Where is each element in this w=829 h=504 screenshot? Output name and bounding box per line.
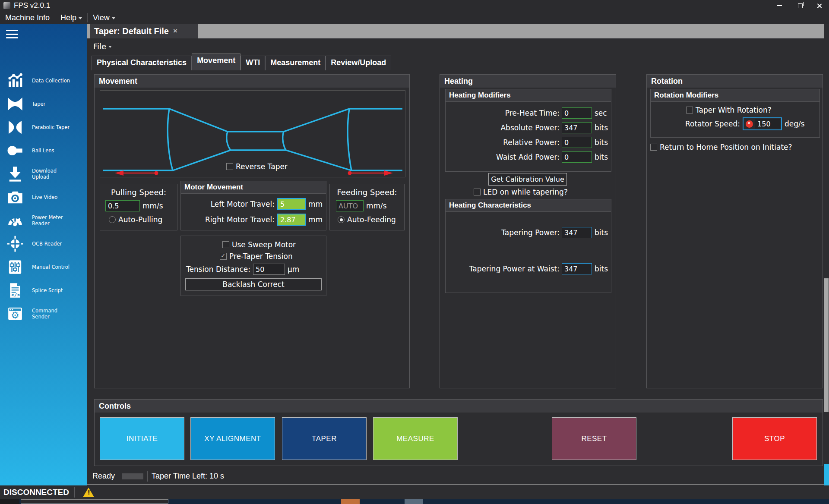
auto-feeding-radio[interactable]: Auto-Feeding (338, 215, 404, 224)
tab-review-upload[interactable]: Review/Upload (326, 56, 391, 70)
menu-machine-info[interactable]: Machine Info (0, 13, 55, 22)
sidebar-item-label: Command Sender (32, 308, 72, 320)
absolute-power-input[interactable]: 347 (562, 122, 592, 133)
scrollbar[interactable] (824, 24, 829, 485)
menu-help[interactable]: Help (55, 13, 87, 22)
tension-distance-input[interactable]: 50 (253, 264, 285, 275)
sidebar-item-taper[interactable]: Taper (0, 93, 87, 115)
feeding-speed-label: Feeding Speed: (330, 188, 404, 197)
sidebar-item-label: Splice Script (32, 287, 72, 293)
document-tab[interactable]: Taper: Default File × (90, 24, 198, 38)
window-title: FPS v2.0.1 (14, 1, 50, 10)
pulling-speed-label: Pulling Speed: (100, 188, 177, 197)
menu-view[interactable]: View (88, 13, 120, 22)
camera-icon (6, 188, 24, 206)
measure-button[interactable]: MEASURE (373, 417, 458, 460)
scrollbar-thumb[interactable] (824, 278, 829, 412)
absolute-power-unit: bits (595, 123, 608, 132)
tab-close-icon[interactable]: × (173, 27, 177, 35)
hamburger-menu-icon[interactable] (6, 30, 18, 38)
tapering-power-unit: bits (595, 228, 608, 237)
movement-panel: Movement Rev (94, 74, 410, 388)
tapering-power-row: Tapering Power: 347 bits (501, 227, 608, 238)
content-area: Taper: Default File × File Physical Char… (87, 24, 824, 485)
svg-text:⚙: ⚙ (11, 310, 19, 321)
sidebar-item-manual-control[interactable]: Manual Control (0, 256, 87, 278)
taskbar (0, 499, 829, 504)
tab-physical-characteristics[interactable]: Physical Characteristics (92, 56, 192, 70)
connection-status: DISCONNECTED (3, 488, 69, 497)
sliders-icon (6, 258, 24, 276)
reset-button[interactable]: RESET (552, 417, 636, 460)
pre-taper-tension-checkbox[interactable]: Pre-Taper Tension (220, 252, 326, 261)
restore-button[interactable] (790, 0, 810, 11)
checkbox-box (222, 241, 229, 248)
taskbar-search-box[interactable] (21, 499, 168, 504)
tab-measurement[interactable]: Measurement (265, 56, 326, 70)
rotation-modifiers-header: Rotation Modifiers (651, 89, 820, 102)
rotator-speed-input[interactable]: 150 (743, 117, 782, 130)
initiate-button[interactable]: INITIATE (100, 417, 184, 460)
sidebar-item-label: OCB Reader (32, 241, 72, 247)
sidebar-item-command-sender[interactable]: ⚙ Command Sender (0, 303, 87, 324)
feeding-speed-input[interactable]: AUTO (336, 200, 364, 211)
sidebar-item-data-collection[interactable]: Data Collection (0, 70, 87, 91)
sidebar-item-ocb-reader[interactable]: OCB Reader (0, 233, 87, 255)
use-sweep-motor-checkbox[interactable]: Use Sweep Motor (222, 240, 326, 249)
led-while-tapering-checkbox[interactable]: LED on while tapering? (474, 188, 568, 196)
use-sweep-motor-label: Use Sweep Motor (232, 240, 296, 249)
minimize-button[interactable] (769, 0, 789, 11)
close-button[interactable] (809, 0, 829, 11)
auto-pulling-radio[interactable]: Auto-Pulling (109, 215, 177, 224)
download-icon (6, 165, 24, 183)
pre-heat-time-input[interactable]: 0 (562, 107, 592, 119)
taskbar-app-icon[interactable] (405, 499, 423, 504)
checkbox-box (474, 189, 481, 195)
waist-add-power-input[interactable]: 0 (562, 151, 592, 163)
left-motor-travel-input[interactable]: 5 (277, 198, 306, 210)
right-motor-travel-unit: mm (308, 215, 323, 224)
backlash-correct-button[interactable]: Backlash Correct (185, 278, 322, 290)
sidebar-item-label: Manual Control (32, 264, 72, 270)
xy-alignment-button[interactable]: XY ALIGNMENT (190, 417, 275, 460)
file-menu[interactable]: File (93, 42, 112, 51)
reverse-taper-checkbox[interactable]: Reverse Taper (226, 162, 288, 171)
tension-distance-label: Tension Distance: (186, 265, 250, 274)
status-state: Ready (92, 472, 115, 481)
left-motor-travel-unit: mm (308, 200, 323, 208)
auto-pulling-label: Auto-Pulling (118, 215, 162, 224)
tab-movement[interactable]: Movement (192, 54, 240, 70)
chevron-down-icon (112, 17, 115, 19)
crosshair-icon (6, 235, 24, 253)
tapering-power-input[interactable]: 347 (562, 227, 592, 238)
rotation-modifiers-group: Rotation Modifiers Taper With Rotation? … (650, 89, 820, 138)
taper-button[interactable]: TAPER (282, 417, 367, 460)
gauge-icon (6, 211, 24, 230)
controls-panel: Controls INITIATE XY ALIGNMENT TAPER MEA… (94, 399, 823, 466)
pulling-speed-input[interactable]: 0.5 (105, 200, 140, 211)
sidebar-item-download-upload[interactable]: Download Upload (0, 163, 87, 185)
minimize-icon (777, 5, 782, 6)
taskbar-app-icon[interactable] (341, 499, 360, 504)
sidebar-item-parabolic-taper[interactable]: Parabolic Taper (0, 117, 87, 138)
tab-wti[interactable]: WTI (240, 56, 265, 70)
sidebar-item-splice-script[interactable]: </> Splice Script (0, 280, 87, 301)
sidebar-item-power-meter-reader[interactable]: Power Meter Reader (0, 210, 87, 231)
file-menu-label: File (93, 42, 106, 51)
tapering-power-at-waist-input[interactable]: 347 (562, 263, 592, 274)
return-home-checkbox[interactable]: Return to Home Position on Initiate? (650, 143, 792, 151)
get-calibration-value-button[interactable]: Get Calibration Value (488, 173, 567, 186)
sidebar-item-live-video[interactable]: Live Video (0, 186, 87, 208)
relative-power-input[interactable]: 0 (562, 137, 592, 148)
stop-button[interactable]: STOP (732, 417, 817, 460)
sidebar-item-label: Power Meter Reader (32, 214, 72, 227)
sidebar-item-ball-lens[interactable]: Ball Lens (0, 140, 87, 161)
tension-distance-unit: µm (288, 265, 299, 274)
motor-movement-group: Motor Movement Left Motor Travel: 5 mm R… (180, 181, 326, 230)
right-motor-travel-input[interactable]: 2.87 (277, 214, 306, 226)
motor-movement-header: Motor Movement (181, 181, 326, 194)
auto-feeding-label: Auto-Feeding (347, 215, 396, 224)
taskbar-start-area[interactable] (0, 499, 19, 504)
taper-with-rotation-checkbox[interactable]: Taper With Rotation? (686, 106, 820, 114)
chevron-down-icon (108, 46, 112, 48)
